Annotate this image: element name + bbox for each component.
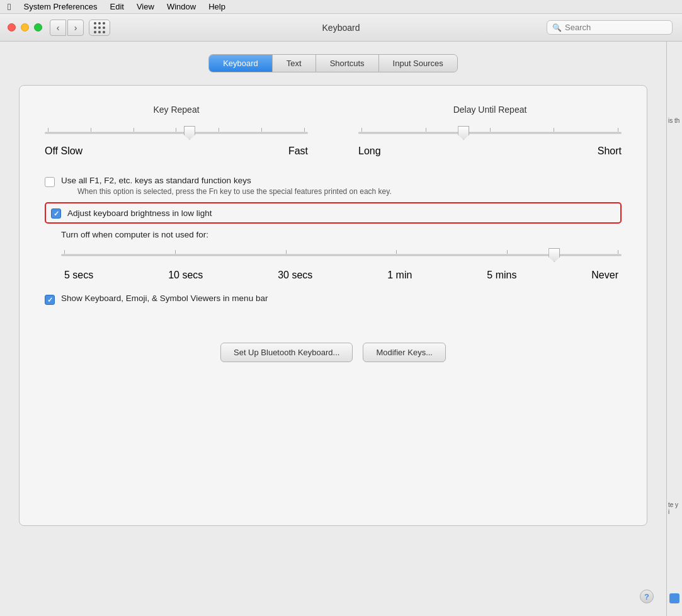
bottom-buttons: Set Up Bluetooth Keyboard... Modifier Ke… (45, 343, 622, 362)
turnoff-tick-4: 5 mins (487, 270, 516, 281)
key-repeat-label: Key Repeat (45, 105, 308, 115)
bluetooth-button[interactable]: Set Up Bluetooth Keyboard... (220, 343, 353, 362)
tab-text[interactable]: Text (273, 55, 316, 72)
fn-keys-labels: Use all F1, F2, etc. keys as standard fu… (61, 176, 392, 196)
minimize-button[interactable] (21, 23, 29, 31)
delay-repeat-thumb[interactable] (458, 126, 469, 140)
main-content: Keyboard Text Shortcuts Input Sources Ke… (0, 42, 682, 616)
forward-button[interactable]: › (67, 20, 84, 36)
delay-repeat-track (358, 132, 622, 134)
key-repeat-thumb[interactable] (184, 126, 195, 140)
delay-repeat-min: Long (358, 145, 381, 157)
search-input[interactable] (565, 23, 666, 32)
key-repeat-ticks: Off Slow Fast (45, 145, 308, 157)
grid-button[interactable] (89, 20, 110, 36)
brightness-label: Adjust keyboard brightness in low light (67, 208, 212, 218)
tab-group: Keyboard Text Shortcuts Input Sources (208, 54, 458, 72)
help-button[interactable]: ? (640, 590, 654, 603)
turnoff-label: Turn off when computer is not used for: (61, 230, 622, 239)
turnoff-tick-5: Never (591, 270, 618, 281)
menu-bar:  System Preferences Edit View Window He… (0, 0, 682, 14)
right-panel: is th te y i (666, 42, 682, 616)
menu-system-preferences[interactable]: System Preferences (23, 2, 97, 11)
nav-buttons: ‹ › (50, 20, 84, 36)
window-title: Keyboard (322, 23, 360, 33)
key-repeat-track (45, 132, 308, 134)
delay-repeat-group: Delay Until Repeat Long (358, 105, 622, 157)
turnoff-tick-0: 5 secs (64, 270, 93, 281)
menu-window[interactable]: Window (167, 2, 196, 11)
fn-keys-checkbox[interactable] (45, 177, 55, 187)
tab-shortcuts[interactable]: Shortcuts (316, 55, 379, 72)
fn-keys-label: Use all F1, F2, etc. keys as standard fu… (61, 176, 392, 185)
main-panel: Keyboard Text Shortcuts Input Sources Ke… (0, 42, 666, 616)
turnoff-tick-3: 1 min (387, 270, 412, 281)
tab-keyboard[interactable]: Keyboard (209, 55, 273, 72)
brightness-highlight-box: Adjust keyboard brightness in low light (45, 202, 622, 224)
turnoff-thumb[interactable] (548, 248, 560, 262)
turnoff-tick-1: 10 secs (168, 270, 203, 281)
fn-keys-row: Use all F1, F2, etc. keys as standard fu… (45, 176, 622, 196)
delay-repeat-ticks: Long Short (358, 145, 622, 157)
sliders-row: Key Repeat (45, 105, 622, 157)
window-controls (8, 23, 42, 31)
tab-input-sources[interactable]: Input Sources (379, 55, 457, 72)
key-repeat-min: Off Slow (45, 145, 82, 157)
turnoff-tick-2: 30 secs (278, 270, 312, 281)
delay-repeat-slider-wrapper (358, 123, 622, 142)
tabs: Keyboard Text Shortcuts Input Sources (19, 54, 647, 72)
grid-icon (94, 22, 105, 33)
key-repeat-max: Fast (288, 145, 308, 157)
back-button[interactable]: ‹ (50, 20, 66, 36)
search-icon: 🔍 (552, 23, 562, 32)
key-repeat-group: Key Repeat (45, 105, 308, 157)
content-panel: Key Repeat (19, 85, 647, 526)
modifier-keys-button[interactable]: Modifier Keys... (363, 343, 446, 362)
delay-repeat-max: Short (598, 145, 622, 157)
turnoff-slider-wrapper (61, 246, 622, 265)
menu-view[interactable]: View (137, 2, 154, 11)
apple-menu[interactable]:  (8, 1, 11, 12)
search-box[interactable]: 🔍 (547, 20, 673, 35)
right-panel-text: is th (668, 117, 681, 124)
show-viewers-row: Show Keyboard, Emoji, & Symbol Viewers i… (45, 294, 622, 305)
close-button[interactable] (8, 23, 16, 31)
show-viewers-checkbox[interactable] (45, 295, 55, 305)
fn-keys-sublabel: When this option is selected, press the … (77, 187, 392, 196)
turnoff-section: Turn off when computer is not used for: … (61, 230, 622, 281)
menu-edit[interactable]: Edit (110, 2, 124, 11)
title-bar: ‹ › Keyboard 🔍 (0, 14, 682, 42)
maximize-button[interactable] (34, 23, 42, 31)
show-viewers-label: Show Keyboard, Emoji, & Symbol Viewers i… (61, 294, 268, 303)
right-panel-indicator (669, 593, 679, 603)
menu-help[interactable]: Help (208, 2, 225, 11)
delay-repeat-label: Delay Until Repeat (358, 105, 622, 115)
right-panel-text2: te y i (668, 501, 681, 515)
key-repeat-slider-wrapper (45, 123, 308, 142)
brightness-checkbox[interactable] (51, 208, 61, 219)
turnoff-ticks: 5 secs 10 secs 30 secs 1 min 5 mins Neve… (61, 270, 622, 281)
turnoff-track (61, 254, 622, 256)
